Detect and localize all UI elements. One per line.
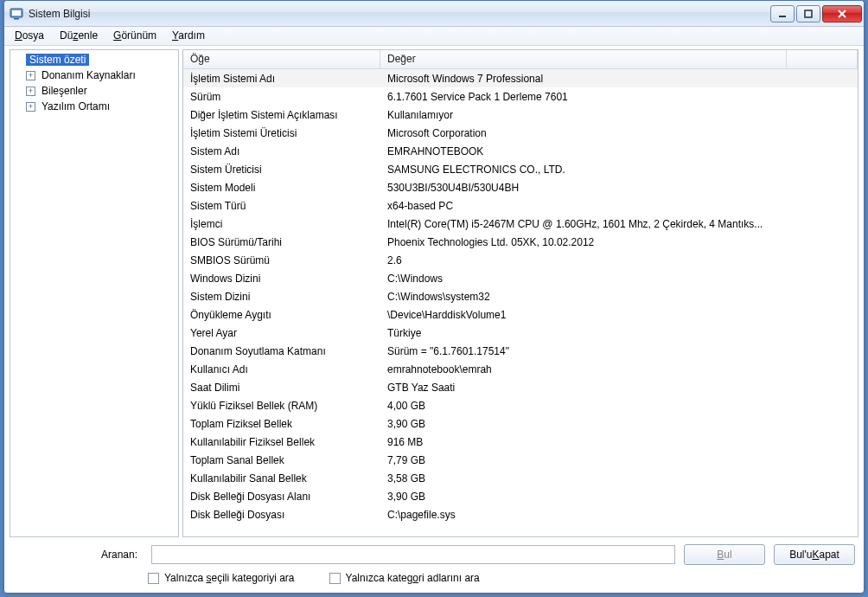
cell-item: Disk Belleği Dosyası [183,507,380,523]
cell-item: Sistem Modeli [183,180,380,196]
table-row[interactable]: Önyükleme Aygıtı\Device\HarddiskVolume1 [183,305,858,324]
table-row[interactable]: Donanım Soyutlama KatmanıSürüm = "6.1.76… [183,342,858,360]
table-row[interactable]: Saat DilimiGTB Yaz Saati [183,378,858,396]
minimize-button[interactable] [770,5,795,22]
table-row[interactable]: BIOS Sürümü/TarihiPhoenix Technologies L… [183,233,858,251]
cell-value: 3,90 GB [380,416,787,432]
check-category-names-only[interactable]: Yalnızca kategori adlarını ara [329,572,480,584]
cell-item: Toplam Fiziksel Bellek [183,416,380,432]
tree-item-hardware[interactable]: + Donanım Kaynakları [10,67,178,83]
cell-value: Intel(R) Core(TM) i5-2467M CPU @ 1.60GHz… [380,216,787,232]
titlebar[interactable]: Sistem Bilgisi [4,1,864,27]
cell-item: Kullanılabilir Fiziksel Bellek [183,434,380,450]
cell-value: EMRAHNOTEBOOK [380,144,787,159]
table-row[interactable]: Sürüm6.1.7601 Service Pack 1 Derleme 760… [183,87,858,106]
table-row[interactable]: Sistem Modeli530U3BI/530U4BI/530U4BH [183,178,858,196]
table-row[interactable]: Diğer İşletim Sistemi AçıklamasıKullanıl… [183,106,858,124]
grid-body[interactable]: İşletim Sistemi AdıMicrosoft Windows 7 P… [183,69,858,536]
grid-header: Öğe Değer [183,50,858,69]
cell-value: x64-based PC [380,198,787,214]
menu-help[interactable]: Yardım [165,27,212,45]
table-row[interactable]: Kullanılabilir Fiziksel Bellek916 MB [183,433,858,451]
cell-item: Toplam Sanal Bellek [183,453,380,468]
cell-value: C:\Windows\system32 [380,289,787,305]
expand-icon[interactable]: + [26,87,35,96]
column-header-value[interactable]: Değer [380,50,787,68]
cell-item: BIOS Sürümü/Tarihi [183,234,380,250]
menu-file[interactable]: Dosya [8,27,51,45]
svg-rect-1 [12,10,21,16]
cell-item: Donanım Soyutlama Katmanı [183,343,380,359]
checkbox-icon [148,573,159,584]
table-row[interactable]: Yüklü Fiziksel Bellek (RAM)4,00 GB [183,396,858,414]
cell-value: C:\pagefile.sys [380,507,787,523]
cell-value: 916 MB [380,434,787,450]
cell-item: Önyükleme Aygıtı [183,307,380,323]
table-row[interactable]: Yerel AyarTürkiye [183,324,858,342]
table-row[interactable]: Sistem DiziniC:\Windows\system32 [183,287,858,305]
table-row[interactable]: Sistem ÜreticisiSAMSUNG ELECTRONICS CO.,… [183,160,858,178]
cell-value: 6.1.7601 Service Pack 1 Derleme 7601 [380,89,787,105]
table-row[interactable]: Sistem Türüx64-based PC [183,196,858,215]
column-header-item[interactable]: Öğe [183,50,380,68]
cell-item: Sistem Üreticisi [183,162,380,177]
table-row[interactable]: İşlemciIntel(R) Core(TM) i5-2467M CPU @ … [183,215,858,233]
menu-view[interactable]: Görünüm [106,27,163,45]
cell-item: Yüklü Fiziksel Bellek (RAM) [183,398,380,414]
cell-item: Kullanılabilir Sanal Bellek [183,471,380,486]
menu-bar: Dosya Düzenle Görünüm Yardım [4,27,864,46]
tree-root-system-summary[interactable]: + Sistem özeti [10,52,178,67]
cell-value: 4,00 GB [380,398,787,414]
expand-icon[interactable]: + [26,71,35,80]
cell-item: SMBIOS Sürümü [183,253,380,268]
tree-item-label: Yazılım Ortamı [38,100,113,112]
checkbox-icon [329,573,341,584]
cell-item: Sürüm [183,89,380,105]
table-row[interactable]: Sistem AdıEMRAHNOTEBOOK [183,142,858,160]
menu-edit[interactable]: Düzenle [53,27,105,45]
cell-item: Sistem Dizini [183,289,380,305]
cell-value: C:\Windows [380,271,787,286]
tree-item-software[interactable]: + Yazılım Ortamı [10,99,178,114]
tree-root-label: Sistem özeti [26,54,89,66]
cell-item: Sistem Adı [183,144,380,159]
svg-rect-3 [779,16,786,17]
table-row[interactable]: Disk Belleği DosyasıC:\pagefile.sys [183,505,858,523]
table-row[interactable]: Kullanılabilir Sanal Bellek3,58 GB [183,469,858,487]
maximize-button[interactable] [796,5,820,22]
tree-item-label: Donanım Kaynakları [38,69,139,81]
close-find-button[interactable]: Bul'u Kapat [774,544,855,565]
table-row[interactable]: Toplam Fiziksel Bellek3,90 GB [183,414,858,433]
cell-value: 2.6 [380,253,787,268]
check-selected-category[interactable]: Yalnızca seçili kategoriyi ara [148,572,295,584]
cell-value: \Device\HarddiskVolume1 [380,307,787,323]
window-buttons [769,5,862,22]
cell-item: İşletim Sistemi Üreticisi [183,125,380,141]
table-row[interactable]: İşletim Sistemi AdıMicrosoft Windows 7 P… [183,69,858,87]
content-area: + Sistem özeti + Donanım Kaynakları + Bi… [4,46,864,537]
cell-item: İşletim Sistemi Adı [183,71,380,87]
table-row[interactable]: İşletim Sistemi ÜreticisiMicrosoft Corpo… [183,124,858,142]
table-row[interactable]: Kullanıcı Adıemrahnotebook\emrah [183,360,858,378]
cell-value: Türkiye [380,325,787,341]
search-label: Aranan: [13,549,143,561]
search-bar: Aranan: Bul Bul'u Kapat Yalnızca seçili … [4,537,864,593]
category-tree[interactable]: + Sistem özeti + Donanım Kaynakları + Bi… [10,49,179,537]
table-row[interactable]: Disk Belleği Dosyası Alanı3,90 GB [183,487,858,505]
search-input[interactable] [151,545,675,564]
table-row[interactable]: Toplam Sanal Bellek7,79 GB [183,451,858,469]
column-header-spacer [787,50,858,68]
expand-icon[interactable]: + [26,102,35,112]
cell-item: Diğer İşletim Sistemi Açıklaması [183,107,380,123]
cell-value: Phoenix Technologies Ltd. 05XK, 10.02.20… [380,234,787,250]
cell-item: Saat Dilimi [183,380,380,395]
cell-value: 3,90 GB [380,489,787,504]
tree-item-label: Bileşenler [38,85,91,97]
find-button[interactable]: Bul [684,544,765,565]
window-title: Sistem Bilgisi [29,8,769,20]
table-row[interactable]: SMBIOS Sürümü2.6 [183,251,858,269]
tree-item-components[interactable]: + Bileşenler [10,83,178,99]
cell-value: GTB Yaz Saati [380,380,787,395]
table-row[interactable]: Windows DiziniC:\Windows [183,269,858,287]
close-button[interactable] [822,5,862,22]
